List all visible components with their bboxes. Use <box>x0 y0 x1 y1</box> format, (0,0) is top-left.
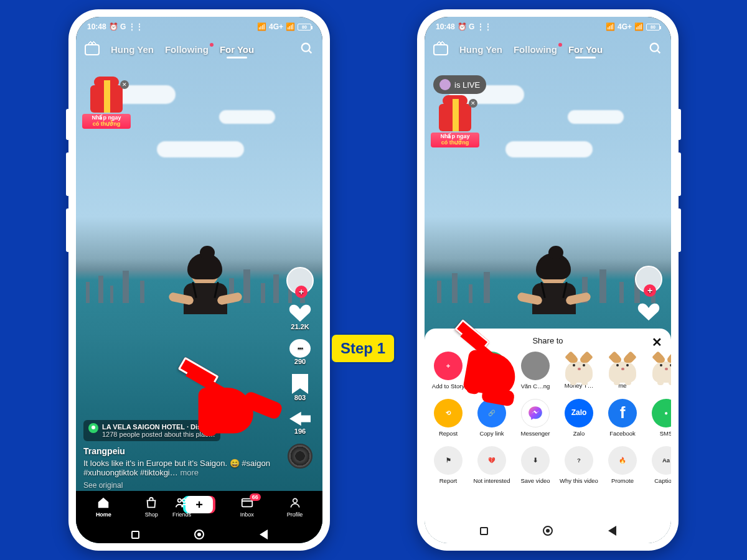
status-bar: 10:48⏰ G ⋮⋮ 📶4G+📶80 <box>425 17 671 37</box>
avatar-icon <box>439 79 451 90</box>
see-original[interactable]: See original <box>83 481 279 490</box>
share-facebook[interactable]: fFacebook <box>603 399 642 437</box>
step-badge: Step 1 <box>330 333 396 364</box>
home-icon <box>96 496 111 510</box>
share-row-actions: ⚑Report 💔Not interested ⬇Save video ?Why… <box>425 440 671 487</box>
tab-for-you[interactable]: For You <box>568 44 603 55</box>
live-icon[interactable] <box>433 44 448 55</box>
bookmark-icon <box>292 374 308 394</box>
action-why-this-video[interactable]: ?Why this video <box>559 446 599 485</box>
share-repost[interactable]: ⟲Repost <box>428 399 468 437</box>
share-contact[interactable]: Money T… <box>559 352 599 390</box>
live-icon[interactable] <box>85 44 100 55</box>
svg-line-1 <box>309 50 312 54</box>
system-nav <box>425 515 671 543</box>
close-icon[interactable]: ✕ <box>652 335 662 350</box>
close-icon[interactable]: ✕ <box>120 80 129 89</box>
svg-point-6 <box>651 44 659 52</box>
question-icon: ? <box>565 446 593 475</box>
repost-icon: ⟲ <box>434 399 463 427</box>
svg-point-3 <box>182 499 186 503</box>
follow-plus-icon[interactable]: + <box>295 286 308 298</box>
profile-icon <box>288 496 303 510</box>
like-button[interactable] <box>637 302 660 322</box>
inbox-icon: 66 <box>240 496 255 510</box>
flag-icon: ⚑ <box>434 446 463 475</box>
follow-plus-icon[interactable]: + <box>644 284 656 297</box>
location-pin-icon <box>88 423 98 433</box>
comment-button[interactable]: 290 <box>289 339 311 365</box>
pointer-hand <box>179 365 253 433</box>
promo-gift[interactable]: ✕ Nhấp ngaycó thưởng <box>431 104 479 147</box>
zalo-icon: Zalo <box>565 399 593 427</box>
cat-avatar-icon <box>650 352 671 383</box>
action-report[interactable]: ⚑Report <box>428 446 468 485</box>
share-button[interactable]: 196 <box>289 410 311 435</box>
svg-point-0 <box>302 44 310 52</box>
sheet-title: Share to <box>532 336 563 345</box>
nav-inbox[interactable]: 66 Inbox <box>228 496 266 518</box>
nav-home[interactable]: Home <box>85 496 122 518</box>
nav-profile[interactable]: Profile <box>276 496 314 518</box>
sms-icon: ● <box>652 399 671 427</box>
close-icon[interactable]: ✕ <box>469 99 477 108</box>
share-sms[interactable]: ●SMS <box>646 399 671 437</box>
download-icon: ⬇ <box>521 446 550 475</box>
bottom-nav: Home Shop + Friends 66 Inbox Profile <box>76 491 322 543</box>
share-contact[interactable]: me <box>603 352 642 390</box>
action-save-video[interactable]: ⬇Save video <box>515 446 555 485</box>
tab-location[interactable]: Hung Yen <box>111 44 154 55</box>
share-row-apps: ⟲Repost 🔗Copy link Messenger ZaloZalo fF… <box>425 393 671 440</box>
comment-icon <box>289 339 311 358</box>
share-messenger[interactable]: Messenger <box>515 399 555 437</box>
action-not-interested[interactable]: 💔Not interested <box>472 446 512 485</box>
share-contact[interactable]: Văn C…ng <box>515 352 555 390</box>
caption[interactable]: It looks like it's in Europe but it's Sa… <box>83 459 279 477</box>
tab-location[interactable]: Hung Yen <box>459 44 502 55</box>
author-name[interactable]: Trangpeiu <box>83 446 279 456</box>
share-contact[interactable] <box>646 352 671 390</box>
tab-following[interactable]: Following <box>514 44 557 55</box>
friends-icon <box>174 496 189 510</box>
avatar-icon <box>521 352 550 380</box>
shop-icon <box>144 496 159 510</box>
search-icon[interactable] <box>300 42 314 57</box>
author-avatar[interactable]: + <box>635 266 662 293</box>
action-promote[interactable]: 🔥Promote <box>603 446 642 485</box>
pointer-hand <box>445 326 522 398</box>
tab-for-you[interactable]: For You <box>220 44 254 55</box>
fire-icon: 🔥 <box>608 446 637 475</box>
search-icon[interactable] <box>649 42 662 57</box>
disc-icon <box>288 444 312 469</box>
heart-icon <box>637 302 660 322</box>
share-icon <box>289 410 311 427</box>
heart-icon <box>289 303 311 323</box>
captions-icon: Aa <box>652 446 671 475</box>
status-bar: 10:48⏰ G ⋮⋮ 📶4G+📶80 <box>76 17 322 37</box>
action-captions[interactable]: AaCaptions <box>646 446 671 485</box>
cat-avatar-icon <box>606 352 639 383</box>
broken-heart-icon: 💔 <box>477 446 506 475</box>
phone-right: 10:48⏰ G ⋮⋮ 📶4G+📶80 Hung Yen Following F… <box>417 9 679 551</box>
svg-point-5 <box>293 498 297 503</box>
cat-avatar-icon <box>563 352 595 383</box>
facebook-icon: f <box>608 399 637 427</box>
author-avatar[interactable]: + <box>286 267 314 294</box>
svg-line-7 <box>657 50 660 54</box>
save-button[interactable]: 803 <box>292 374 308 401</box>
sound-disc[interactable] <box>288 444 312 469</box>
promo-gift[interactable]: ✕ Nhấp ngaycó thưởng <box>82 85 131 129</box>
messenger-icon <box>521 399 550 427</box>
live-notification[interactable]: is LIVE <box>433 75 486 94</box>
tab-following[interactable]: Following <box>165 44 209 55</box>
like-button[interactable]: 21.2K <box>289 303 311 330</box>
share-zalo[interactable]: ZaloZalo <box>559 399 599 437</box>
nav-friends[interactable]: Friends <box>163 496 200 518</box>
svg-point-2 <box>178 499 182 503</box>
phone-left: 10:48⏰ G ⋮⋮ 📶4G+📶80 Hung Yen Following F… <box>68 9 330 551</box>
